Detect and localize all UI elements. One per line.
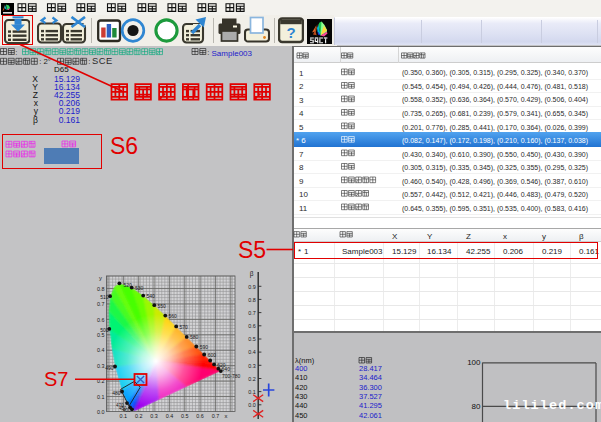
svg-text:x: x [225, 413, 228, 419]
svg-text:0.3: 0.3 [150, 413, 158, 419]
svg-text:550: 550 [158, 303, 167, 309]
svg-text:0.0: 0.0 [248, 402, 256, 408]
svg-text:y: y [99, 275, 102, 281]
svg-text:0.8: 0.8 [97, 286, 105, 292]
svg-text:0.4: 0.4 [97, 347, 105, 353]
svg-text:540: 540 [147, 293, 156, 299]
svg-text:?: ? [286, 24, 295, 41]
svg-text:530: 530 [135, 285, 144, 291]
svg-text:400: 400 [123, 408, 131, 413]
svg-text:0.2: 0.2 [248, 376, 256, 382]
svg-text:0.9: 0.9 [248, 284, 256, 290]
svg-text::: : [39, 57, 41, 66]
svg-text:0.5: 0.5 [248, 336, 256, 342]
svg-text:470: 470 [116, 403, 124, 408]
svg-text:480: 480 [112, 390, 121, 396]
svg-text:0.8: 0.8 [248, 297, 256, 303]
svg-text:0.7: 0.7 [97, 301, 105, 307]
svg-text:0.6: 0.6 [196, 413, 204, 419]
svg-text:700-780: 700-780 [222, 373, 241, 379]
svg-text:500: 500 [100, 327, 109, 333]
svg-text:0.4: 0.4 [166, 413, 174, 419]
svg-text:570: 570 [180, 324, 189, 330]
svg-text:600: 600 [208, 352, 217, 358]
svg-text::: : [88, 57, 90, 66]
svg-text:0.4: 0.4 [248, 349, 256, 355]
svg-text::: : [15, 48, 17, 57]
svg-text:0.7: 0.7 [248, 310, 256, 316]
svg-text:2°: 2° [44, 57, 51, 66]
svg-text:0.1: 0.1 [248, 389, 256, 395]
svg-text:640: 640 [222, 366, 231, 372]
svg-text:0.5: 0.5 [97, 332, 105, 338]
svg-text:0.2: 0.2 [97, 378, 105, 384]
svg-text:620: 620 [217, 362, 226, 368]
svg-text:0.2: 0.2 [135, 413, 143, 419]
svg-text:0.3: 0.3 [248, 363, 256, 369]
svg-text:0.1: 0.1 [120, 413, 128, 419]
svg-text:520: 520 [124, 282, 133, 288]
svg-text:510: 510 [100, 294, 109, 300]
svg-text:0.1: 0.1 [97, 394, 105, 400]
svg-text:0.5: 0.5 [181, 413, 189, 419]
svg-text:0.7: 0.7 [212, 413, 220, 419]
svg-text:560: 560 [169, 313, 178, 319]
svg-text:β: β [250, 270, 254, 278]
svg-text:0.6: 0.6 [248, 323, 256, 329]
svg-text:590: 590 [200, 344, 209, 350]
svg-text:580: 580 [190, 334, 199, 340]
svg-text:490: 490 [105, 365, 114, 371]
svg-text:450: 450 [119, 406, 127, 411]
svg-text:SCE: SCE [92, 55, 113, 66]
svg-text:0.0: 0.0 [97, 409, 105, 415]
svg-text:0.6: 0.6 [97, 317, 105, 323]
svg-text:0.3: 0.3 [97, 363, 105, 369]
svg-text::: : [207, 48, 209, 57]
